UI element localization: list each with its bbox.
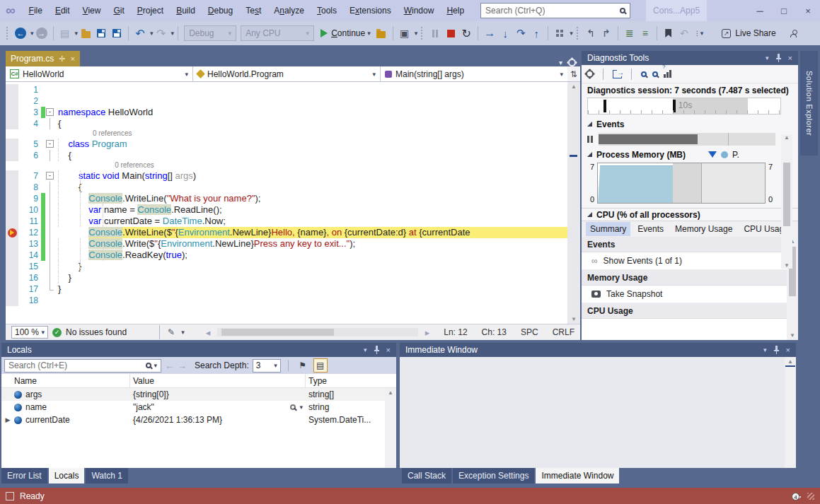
menu-test[interactable]: Test xyxy=(239,3,267,18)
menu-tools[interactable]: Tools xyxy=(311,3,343,18)
code-line-10[interactable]: 10 var name = Console.ReadLine(); xyxy=(6,204,567,216)
memory-filter-icon[interactable] xyxy=(708,151,717,158)
toolbar-grip[interactable] xyxy=(6,27,9,40)
breakpoint-margin[interactable] xyxy=(6,283,18,295)
close-button[interactable]: × xyxy=(796,0,820,21)
solution-explorer-tab[interactable]: Solution Explorer xyxy=(800,51,818,156)
redo-button[interactable]: ↷ xyxy=(154,25,168,42)
code-editor[interactable]: 123-namespace HelloWorld4{0 references5-… xyxy=(6,82,580,324)
code-line-14[interactable]: 14 Console.ReadKey(true); xyxy=(6,250,567,261)
diagnostic-tools-title-bar[interactable]: Diagnostic Tools ▾ × xyxy=(582,51,798,65)
preview-in-browser-button[interactable]: ▣ xyxy=(398,25,412,42)
zoom-out-icon[interactable] xyxy=(652,71,658,77)
search-depth-dropdown[interactable]: 3▾ xyxy=(253,359,281,373)
outlining-margin[interactable] xyxy=(45,182,55,193)
pin-panel-icon[interactable] xyxy=(773,346,780,354)
pin-tab-icon[interactable]: ✛ xyxy=(59,54,65,64)
live-share-button[interactable]: ↗ Live Share xyxy=(722,25,775,42)
column-type[interactable]: Type xyxy=(306,376,396,386)
outlining-margin[interactable]: - xyxy=(45,139,55,150)
diagnostics-scrollbar[interactable]: ▲ ▼ xyxy=(781,134,792,269)
breakpoint-margin[interactable] xyxy=(6,238,18,250)
menu-help[interactable]: Help xyxy=(440,3,470,18)
code-cleanup-dropdown[interactable]: ▾ xyxy=(181,329,185,336)
continue-button[interactable]: Continue ▾ xyxy=(321,25,371,42)
window-position-dropdown-icon[interactable]: ▾ xyxy=(766,54,769,61)
outlining-margin[interactable] xyxy=(45,238,55,250)
solution-platform-dropdown[interactable]: Any CPU▾ xyxy=(241,25,314,41)
text-visualizer-icon[interactable]: ▾ xyxy=(290,404,306,411)
code-line-16[interactable]: 16 } xyxy=(6,272,567,283)
new-project-dropdown[interactable]: ▾ xyxy=(75,30,79,37)
code-line-3[interactable]: 3-namespace HelloWorld xyxy=(6,107,567,118)
close-panel-icon[interactable]: × xyxy=(386,346,391,354)
code-line-8[interactable]: 8 { xyxy=(6,182,567,193)
diag-tab-events[interactable]: Events xyxy=(633,222,668,236)
close-tab-icon[interactable]: × xyxy=(71,54,75,63)
pin-panel-icon[interactable] xyxy=(374,346,380,354)
panel-tab-call-stack[interactable]: Call Stack xyxy=(402,468,451,484)
outlining-margin[interactable] xyxy=(45,272,55,283)
immediate-title-bar[interactable]: Immediate Window ▾ × xyxy=(400,343,796,357)
summary-action-take-snapshot[interactable]: Take Snapshot xyxy=(582,286,798,303)
window-position-dropdown-icon[interactable]: ▾ xyxy=(763,346,767,353)
preview-dropdown[interactable]: ▾ xyxy=(415,30,418,37)
menu-project[interactable]: Project xyxy=(131,3,170,18)
summary-action-show-events-1-of-1-[interactable]: ∞Show Events (1 of 1) xyxy=(582,252,798,270)
locals-search-input[interactable]: Search (Ctrl+E) ▾ xyxy=(4,359,161,373)
breakpoints-window-button[interactable] xyxy=(553,25,567,42)
undo-button[interactable]: ↶ xyxy=(133,25,147,42)
save-all-button[interactable] xyxy=(110,25,124,42)
open-file-button[interactable] xyxy=(79,25,93,42)
outlining-margin[interactable] xyxy=(45,283,55,295)
menu-analyze[interactable]: Analyze xyxy=(267,3,311,18)
breakpoint-margin[interactable] xyxy=(6,182,18,193)
navigate-back-dropdown[interactable]: ▾ xyxy=(30,30,34,37)
code-line-12[interactable]: 12 Console.WriteLine($"{Environment.NewL… xyxy=(6,227,567,238)
diagnostics-settings-gear-icon[interactable] xyxy=(586,70,594,78)
menu-git[interactable]: Git xyxy=(107,3,130,18)
timeline-ruler[interactable]: 10s xyxy=(587,98,781,115)
events-section-header[interactable]: Events xyxy=(582,117,798,131)
export-icon[interactable] xyxy=(613,70,622,78)
issues-status[interactable]: No issues found xyxy=(66,327,127,337)
stop-debugging-button[interactable] xyxy=(444,25,458,42)
toolbar-grip[interactable] xyxy=(421,27,424,40)
new-project-button[interactable]: ▤ xyxy=(58,25,72,42)
hscroll-right-icon[interactable]: ▸ xyxy=(425,327,430,338)
expand-icon[interactable]: ▶ xyxy=(1,416,14,423)
variable-value[interactable]: {4/26/2021 1:36:13 PM} xyxy=(133,415,222,425)
breakpoint-margin[interactable] xyxy=(6,170,18,182)
navigate-forward-button[interactable]: → xyxy=(35,25,49,42)
outlining-margin[interactable]: - xyxy=(45,107,55,118)
step-over-button[interactable]: ↷ xyxy=(514,25,528,42)
menu-debug[interactable]: Debug xyxy=(202,3,239,18)
panel-tab-watch-1[interactable]: Watch 1 xyxy=(86,468,128,484)
panel-tab-immediate-window[interactable]: Immediate Window xyxy=(536,468,619,484)
undo-dropdown[interactable]: ▾ xyxy=(150,30,154,37)
menu-edit[interactable]: Edit xyxy=(49,3,76,18)
breakpoint-margin[interactable] xyxy=(6,216,18,227)
menu-window[interactable]: Window xyxy=(398,3,441,18)
code-line-13[interactable]: 13 Console.Write($"{Environment.NewLine}… xyxy=(6,238,567,250)
diag-tab-memory-usage[interactable]: Memory Usage xyxy=(671,222,737,236)
memory-plot-area[interactable] xyxy=(597,163,766,204)
outlining-margin[interactable] xyxy=(45,193,55,204)
increase-indent-button[interactable]: ≡ xyxy=(638,25,652,42)
redo-dropdown[interactable]: ▾ xyxy=(171,30,175,37)
locals-title-bar[interactable]: Locals ▾ × xyxy=(1,343,396,357)
locals-row-args[interactable]: args{string[0]}string[] xyxy=(1,388,396,401)
outlining-margin[interactable] xyxy=(45,216,55,227)
decrease-indent-button[interactable]: ≣ xyxy=(623,25,637,42)
run-to-cursor-button[interactable]: ↰ xyxy=(584,25,598,42)
toolbar-grip[interactable] xyxy=(577,27,579,40)
locals-header-row[interactable]: Name Value Type xyxy=(1,374,396,388)
outlining-margin[interactable] xyxy=(45,227,55,238)
memory-section-header[interactable]: Process Memory (MB) P. xyxy=(582,148,798,161)
breakpoint-margin[interactable] xyxy=(6,204,18,216)
pin-panel-icon[interactable] xyxy=(775,54,782,62)
navigate-back-button[interactable]: ← xyxy=(13,25,28,42)
find-in-files-button[interactable] xyxy=(374,25,388,42)
show-next-statement-button[interactable]: → xyxy=(483,25,497,42)
code-line-15[interactable]: 15 } xyxy=(6,261,567,272)
